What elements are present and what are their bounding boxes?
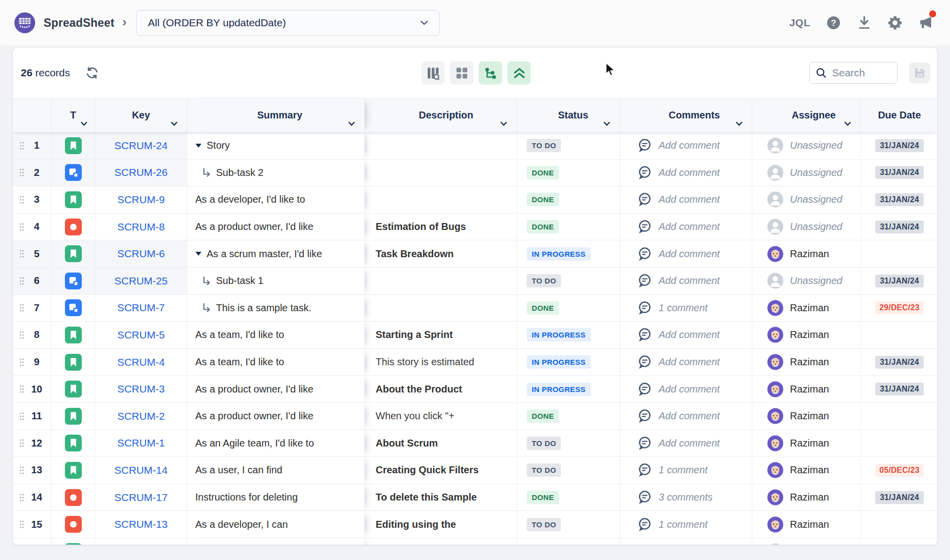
collapse-expander-icon[interactable] bbox=[195, 251, 202, 256]
cell-comments[interactable]: 3 comments bbox=[620, 484, 752, 511]
cell-summary[interactable]: As a developer, I can bbox=[187, 511, 365, 538]
cards-view-button[interactable] bbox=[450, 61, 473, 85]
cell-summary[interactable]: As a team, I'd like to bbox=[187, 322, 365, 349]
drag-handle-icon[interactable] bbox=[19, 520, 24, 529]
cell-row-number[interactable]: 1 bbox=[13, 132, 52, 160]
cell-row-number[interactable]: 6 bbox=[13, 268, 52, 295]
cell-comments[interactable]: Add comment bbox=[620, 349, 752, 376]
cell-assignee[interactable]: Unassigned bbox=[752, 214, 861, 241]
cell-row-number[interactable]: 9 bbox=[13, 349, 52, 376]
issue-key-link[interactable]: SCRUM-1 bbox=[117, 437, 165, 449]
cell-description[interactable]: Creating Quick Filters bbox=[365, 457, 517, 484]
cell-description[interactable] bbox=[365, 295, 517, 322]
cell-issue-type[interactable] bbox=[52, 322, 95, 349]
issue-key-link[interactable]: SCRUM-2 bbox=[117, 410, 165, 422]
cell-summary[interactable]: As a product owner, I'd like bbox=[187, 376, 365, 403]
issue-key-link[interactable]: SCRUM-3 bbox=[117, 383, 165, 395]
cell-description[interactable] bbox=[365, 132, 517, 160]
column-header-key[interactable]: Key bbox=[95, 98, 187, 132]
cell-due-date[interactable] bbox=[861, 403, 938, 430]
drag-handle-icon[interactable] bbox=[19, 331, 24, 339]
drag-handle-icon[interactable] bbox=[19, 466, 24, 475]
cell-due-date[interactable] bbox=[861, 538, 938, 545]
help-button[interactable]: ? bbox=[826, 15, 841, 30]
cell-due-date[interactable]: 31/JAN/24 bbox=[861, 376, 938, 403]
cell-comments[interactable]: Add comment bbox=[620, 538, 752, 545]
cell-status[interactable]: IN PROGRESS bbox=[517, 240, 620, 268]
drag-handle-icon[interactable] bbox=[19, 277, 24, 285]
cell-row-number[interactable]: 15 bbox=[13, 511, 52, 538]
cell-due-date[interactable]: 31/JAN/24 bbox=[861, 349, 938, 376]
cell-comments[interactable]: Add comment bbox=[620, 376, 752, 403]
cell-comments[interactable]: 1 comment bbox=[620, 295, 752, 322]
cell-comments[interactable]: Add comment bbox=[620, 268, 752, 295]
drag-handle-icon[interactable] bbox=[19, 195, 24, 204]
sort-chevron-icon[interactable] bbox=[348, 121, 355, 126]
cell-assignee[interactable]: Raziman bbox=[752, 457, 861, 484]
sort-chevron-icon[interactable] bbox=[80, 121, 88, 126]
cell-status[interactable]: TO DO bbox=[517, 430, 620, 457]
cell-status[interactable]: DONE bbox=[517, 160, 620, 187]
cell-summary[interactable]: As a developer, I'd like to bbox=[187, 186, 365, 214]
cell-issue-type[interactable] bbox=[52, 214, 95, 241]
column-header-due-date[interactable]: Due Date bbox=[861, 98, 938, 132]
cell-status[interactable]: DONE bbox=[517, 214, 620, 241]
issue-key-link[interactable]: SCRUM-6 bbox=[117, 248, 165, 260]
drag-handle-icon[interactable] bbox=[19, 168, 24, 177]
cell-assignee[interactable]: Raziman bbox=[752, 484, 861, 511]
cell-summary[interactable]: Instructions for deleting bbox=[187, 484, 365, 511]
cell-due-date[interactable] bbox=[861, 322, 938, 349]
cell-assignee[interactable]: Raziman bbox=[752, 403, 861, 430]
cell-issue-type[interactable] bbox=[52, 186, 95, 214]
cell-summary[interactable] bbox=[187, 538, 365, 545]
cell-row-number[interactable]: 14 bbox=[13, 484, 52, 511]
cell-status[interactable]: IN PROGRESS bbox=[517, 349, 620, 376]
issue-key-link[interactable]: SCRUM-14 bbox=[114, 464, 168, 476]
cell-description[interactable]: Starting a Sprint bbox=[365, 322, 517, 349]
issue-key-link[interactable]: SCRUM-17 bbox=[114, 492, 168, 504]
cell-row-number[interactable]: 2 bbox=[13, 160, 52, 187]
cell-status[interactable]: IN PROGRESS bbox=[517, 322, 620, 349]
issue-key-link[interactable]: SCRUM-4 bbox=[117, 356, 165, 368]
cell-summary[interactable]: As a team, I'd like to bbox=[187, 349, 365, 376]
drag-handle-icon[interactable] bbox=[19, 303, 24, 312]
cell-issue-type[interactable] bbox=[52, 295, 95, 322]
column-header-t[interactable]: T bbox=[52, 98, 95, 132]
cell-assignee[interactable]: Raziman bbox=[752, 376, 861, 403]
search-box[interactable] bbox=[809, 62, 897, 84]
drag-handle-icon[interactable] bbox=[19, 223, 24, 231]
cell-row-number[interactable]: 3 bbox=[13, 186, 52, 214]
collapse-expander-icon[interactable] bbox=[195, 143, 202, 148]
refresh-button[interactable] bbox=[84, 64, 101, 81]
cell-summary[interactable]: This is a sample task. bbox=[187, 295, 365, 322]
cell-description[interactable]: To delete this Sample bbox=[365, 484, 517, 511]
cell-description[interactable] bbox=[365, 160, 517, 187]
issue-key-link[interactable]: SCRUM-26 bbox=[114, 167, 168, 178]
cell-status[interactable]: TO DO bbox=[517, 132, 620, 160]
cell-row-number[interactable]: 8 bbox=[13, 322, 52, 349]
cell-row-number[interactable]: 12 bbox=[13, 430, 52, 457]
cell-row-number[interactable]: 11 bbox=[13, 403, 52, 430]
cell-issue-type[interactable] bbox=[52, 511, 95, 538]
cell-due-date[interactable]: 31/JAN/24 bbox=[861, 160, 938, 187]
cell-assignee[interactable]: Raziman bbox=[752, 322, 861, 349]
cell-assignee[interactable]: Unassigned bbox=[752, 268, 861, 295]
drag-handle-icon[interactable] bbox=[19, 249, 24, 258]
cell-assignee[interactable]: Raziman bbox=[752, 349, 861, 376]
cell-description[interactable] bbox=[365, 538, 517, 545]
cell-issue-type[interactable] bbox=[52, 132, 95, 160]
cell-comments[interactable]: Add comment bbox=[620, 160, 752, 187]
cell-summary[interactable]: Sub-task 1 bbox=[187, 268, 365, 295]
cell-issue-type[interactable] bbox=[52, 430, 95, 457]
cell-comments[interactable]: 1 comment bbox=[620, 511, 752, 538]
cell-comments[interactable]: Add comment bbox=[620, 186, 752, 214]
cell-summary[interactable]: Sub-task 2 bbox=[187, 160, 365, 187]
issue-key-link[interactable]: SCRUM-8 bbox=[117, 221, 165, 233]
column-header-assignee[interactable]: Assignee bbox=[752, 98, 861, 132]
cell-assignee[interactable]: Raziman bbox=[752, 511, 861, 538]
cell-due-date[interactable]: 31/JAN/24 bbox=[861, 268, 938, 295]
cell-status[interactable]: DONE bbox=[517, 484, 620, 511]
cell-comments[interactable]: Add comment bbox=[620, 132, 752, 160]
issue-key-link[interactable]: SCRUM-13 bbox=[114, 518, 168, 530]
cell-assignee[interactable]: Unassigned bbox=[752, 186, 861, 214]
